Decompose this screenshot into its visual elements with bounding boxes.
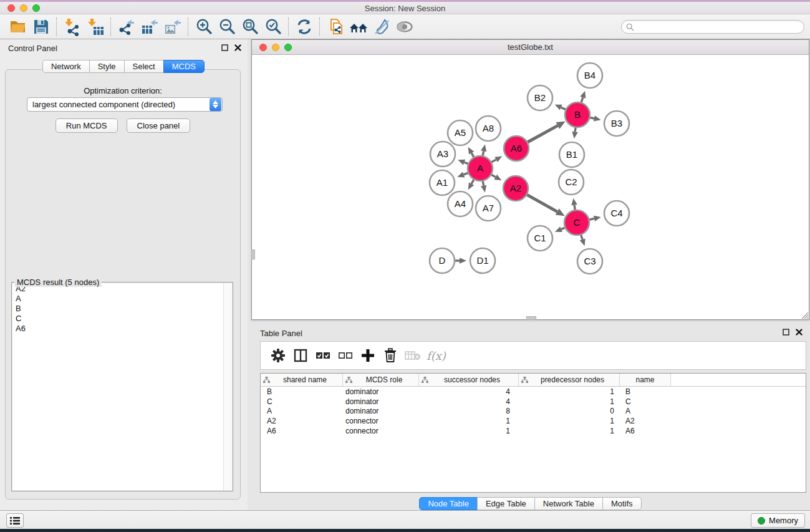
first-neighbors-icon[interactable] <box>347 16 370 37</box>
float-panel-icon[interactable] <box>221 44 228 51</box>
task-history-button[interactable] <box>6 513 24 528</box>
mcds-result-item[interactable]: B <box>12 303 232 313</box>
mcds-result-item[interactable]: A <box>12 293 232 303</box>
control-tab-network[interactable]: Network <box>42 60 90 73</box>
control-tab-style[interactable]: Style <box>89 60 125 73</box>
import-network-icon[interactable] <box>60 16 84 37</box>
mcds-result-item[interactable]: C <box>12 313 232 323</box>
table-tab-motifs[interactable]: Motifs <box>602 497 642 510</box>
table-cell[interactable]: 1 <box>419 417 519 425</box>
table-cell[interactable]: A6 <box>261 427 343 435</box>
table-tab-edge-table[interactable]: Edge Table <box>477 497 535 510</box>
table-cell[interactable]: B <box>261 387 343 396</box>
graph-node-label-C3: C3 <box>584 256 595 266</box>
close-table-panel-icon[interactable] <box>796 329 803 336</box>
table-cell[interactable]: C <box>620 397 671 406</box>
table-cell[interactable]: 8 <box>419 407 519 415</box>
delete-table-icon[interactable] <box>402 344 424 367</box>
column-header-successor-nodes[interactable]: successor nodes <box>419 374 519 386</box>
column-header-predecessor-nodes[interactable]: predecessor nodes <box>519 374 620 386</box>
result-list-scrollbar[interactable] <box>223 283 232 490</box>
control-tab-mcds[interactable]: MCDS <box>163 60 205 73</box>
close-panel-button[interactable]: Close panel <box>127 118 191 133</box>
table-row[interactable]: Adominator80A <box>261 407 806 417</box>
save-session-icon[interactable] <box>29 16 52 37</box>
table-cell[interactable]: 1 <box>419 427 519 435</box>
memory-button[interactable]: Memory <box>751 513 805 528</box>
search-field[interactable] <box>621 20 804 34</box>
apply-layout-icon[interactable] <box>292 16 316 37</box>
table-row[interactable]: Bdominator41B <box>261 387 806 397</box>
resize-grip-icon[interactable] <box>799 310 809 319</box>
table-cell[interactable]: dominator <box>343 407 419 415</box>
mcds-result-list[interactable]: A2ABCA6 <box>12 283 232 490</box>
table-cell[interactable]: 4 <box>419 387 519 396</box>
import-table-icon[interactable] <box>84 16 107 37</box>
table-tab-network-table[interactable]: Network Table <box>534 497 603 510</box>
zoom-fit-icon[interactable] <box>238 16 261 37</box>
table-row[interactable]: A2connector11A2 <box>261 416 806 426</box>
open-file-icon[interactable] <box>6 16 29 37</box>
table-cell[interactable]: 1 <box>519 417 620 425</box>
table-row[interactable]: Cdominator41C <box>261 397 806 407</box>
zoom-out-icon[interactable] <box>215 16 238 37</box>
table-cell[interactable]: 1 <box>519 387 620 396</box>
graph-node-label-A4: A4 <box>455 198 466 209</box>
optimization-criterion-select[interactable]: largest connected component (directed) <box>27 97 223 112</box>
float-table-panel-icon[interactable] <box>783 329 789 336</box>
canvas-splitter-handle-left[interactable] <box>251 249 255 259</box>
export-network-icon[interactable] <box>115 16 138 37</box>
column-header-MCDS-role[interactable]: MCDS role <box>343 374 419 386</box>
graph-edge-A2-C[interactable] <box>526 194 557 212</box>
select-all-rows-icon[interactable] <box>312 344 334 367</box>
table-cell[interactable]: 1 <box>519 397 620 406</box>
graph-arrowhead <box>481 144 486 152</box>
graph-edge-A6-B[interactable] <box>526 125 558 143</box>
close-panel-icon[interactable] <box>234 44 241 51</box>
table-cell[interactable]: 4 <box>419 397 519 406</box>
table-cell[interactable]: connector <box>343 417 419 425</box>
search-input[interactable] <box>637 22 804 31</box>
table-cell[interactable]: 1 <box>519 427 620 435</box>
mcds-result-item[interactable]: A6 <box>12 323 232 333</box>
table-cell[interactable]: A <box>261 407 343 415</box>
table-settings-gear-icon[interactable] <box>267 344 289 367</box>
zoom-in-icon[interactable] <box>192 16 215 37</box>
show-columns-icon[interactable] <box>289 344 312 367</box>
zoom-selected-icon[interactable] <box>261 16 284 37</box>
deselect-all-rows-icon[interactable] <box>334 344 357 367</box>
add-column-icon[interactable] <box>357 344 379 367</box>
table-tab-node-table[interactable]: Node Table <box>419 497 478 510</box>
style-brush-icon[interactable] <box>370 16 393 37</box>
graph-arrowhead <box>571 198 577 206</box>
table-cell[interactable]: dominator <box>343 397 419 406</box>
function-builder-icon[interactable]: f(x) <box>427 349 446 362</box>
table-cell[interactable]: dominator <box>343 387 419 396</box>
control-panel-tabs: NetworkStyleSelectMCDS <box>0 60 248 73</box>
network-canvas[interactable]: B4B2BB3A5A8A6A3B1AA1C2A2A4A7C4CC1C3DD1 <box>252 56 809 319</box>
table-cell[interactable]: B <box>620 387 671 396</box>
table-cell[interactable]: A <box>620 407 671 415</box>
column-header-shared-name[interactable]: shared name <box>261 374 343 386</box>
column-header-label: shared name <box>270 375 340 384</box>
export-image-icon[interactable] <box>161 16 184 37</box>
table-cell[interactable]: C <box>261 397 343 406</box>
duplicate-network-icon[interactable] <box>324 16 347 37</box>
control-panel: Control Panel NetworkStyleSelectMCDS Opt… <box>0 39 248 510</box>
toolbar-separator <box>188 17 188 36</box>
graph-node-label-B1: B1 <box>566 149 577 160</box>
table-row[interactable]: A6connector11A6 <box>261 426 806 436</box>
export-table-icon[interactable] <box>138 16 161 37</box>
table-cell[interactable]: A2 <box>261 417 343 425</box>
node-table[interactable]: shared nameMCDS rolesuccessor nodesprede… <box>260 373 806 493</box>
table-cell[interactable]: A2 <box>620 417 671 425</box>
table-cell[interactable]: 0 <box>519 407 620 415</box>
column-header-name[interactable]: name <box>620 374 671 386</box>
table-cell[interactable]: connector <box>343 427 419 435</box>
table-cell[interactable]: A6 <box>620 427 671 435</box>
canvas-splitter-handle-bottom[interactable] <box>526 316 536 320</box>
run-mcds-button[interactable]: Run MCDS <box>55 118 118 133</box>
control-tab-select[interactable]: Select <box>124 60 164 73</box>
show-hide-eye-icon[interactable] <box>393 16 416 37</box>
delete-column-trash-icon[interactable] <box>379 344 402 367</box>
